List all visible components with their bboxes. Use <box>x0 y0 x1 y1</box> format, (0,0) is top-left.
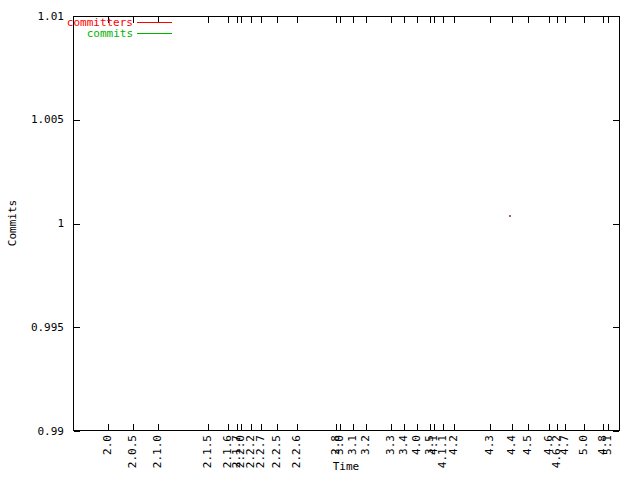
x-tick-mark <box>208 17 209 23</box>
x-tick-mark <box>584 424 585 430</box>
x-tick-mark <box>434 424 435 430</box>
x-tick-mark <box>557 17 558 23</box>
x-tick-mark <box>549 424 550 430</box>
y-tick-mark <box>613 327 619 328</box>
x-tick-mark <box>158 424 159 430</box>
x-tick-label: 2.0.5 <box>126 435 139 468</box>
x-tick-mark <box>417 424 418 430</box>
y-tick-mark <box>613 224 619 225</box>
x-tick-label: 3.0 <box>333 435 346 455</box>
x-tick-mark <box>277 17 278 23</box>
x-tick-label: 2.1.0 <box>151 435 164 468</box>
y-tick-label: 1.005 <box>4 113 64 126</box>
x-tick-mark <box>336 17 337 23</box>
x-tick-mark <box>454 17 455 23</box>
x-tick-label: 2.1.5 <box>201 435 214 468</box>
x-tick-label: 2.2.5 <box>270 435 283 468</box>
chart-canvas: Commits Time 1.011.00510.9950.992.02.0.5… <box>0 0 640 480</box>
x-tick-mark <box>404 424 405 430</box>
x-tick-mark <box>603 424 604 430</box>
x-tick-mark <box>228 17 229 23</box>
x-tick-mark <box>430 424 431 430</box>
x-tick-mark <box>353 424 354 430</box>
x-tick-label: 2.2.6 <box>290 435 303 468</box>
x-tick-mark <box>549 17 550 23</box>
x-tick-mark <box>208 424 209 430</box>
x-tick-mark <box>261 17 262 23</box>
x-tick-mark <box>277 424 278 430</box>
x-tick-label: 3.4 <box>397 435 410 455</box>
x-axis-title: Time <box>333 460 360 473</box>
x-tick-label: 3.2 <box>359 435 372 455</box>
x-tick-mark <box>528 424 529 430</box>
y-tick-mark <box>613 16 619 17</box>
x-tick-mark <box>340 424 341 430</box>
x-tick-mark <box>133 17 134 23</box>
x-tick-label: 3.3 <box>384 435 397 455</box>
x-tick-label: 5.0 <box>577 435 590 455</box>
x-tick-label: 2.0 <box>101 435 114 455</box>
x-tick-mark <box>237 17 238 23</box>
x-tick-label: 4.5 <box>521 435 534 455</box>
x-tick-mark <box>133 424 134 430</box>
x-tick-mark <box>434 17 435 23</box>
x-tick-mark <box>443 424 444 430</box>
x-tick-mark <box>454 424 455 430</box>
x-tick-mark <box>417 17 418 23</box>
x-tick-mark <box>237 424 238 430</box>
x-tick-mark <box>353 17 354 23</box>
x-tick-label: 4.0 <box>410 435 423 455</box>
x-tick-mark <box>241 424 242 430</box>
x-tick-mark <box>297 424 298 430</box>
x-tick-mark <box>340 17 341 23</box>
x-tick-label: 5.1 <box>601 435 614 455</box>
y-tick-label: 0.99 <box>4 425 64 438</box>
x-tick-mark <box>584 17 585 23</box>
y-tick-mark <box>74 431 80 432</box>
x-tick-mark <box>366 424 367 430</box>
y-tick-mark <box>613 120 619 121</box>
x-tick-label: 4.4 <box>505 435 518 455</box>
x-tick-mark <box>512 424 513 430</box>
data-point-marker <box>509 215 511 217</box>
plot-area <box>73 16 620 431</box>
x-tick-mark <box>261 424 262 430</box>
x-tick-mark <box>108 424 109 430</box>
x-tick-mark <box>241 17 242 23</box>
x-tick-mark <box>251 17 252 23</box>
x-tick-mark <box>565 17 566 23</box>
x-tick-mark <box>297 17 298 23</box>
x-tick-mark <box>228 424 229 430</box>
x-tick-mark <box>443 17 444 23</box>
x-tick-mark <box>557 424 558 430</box>
x-tick-label: 4.2 <box>447 435 460 455</box>
x-tick-mark <box>512 17 513 23</box>
x-tick-mark <box>366 17 367 23</box>
y-tick-mark <box>74 120 80 121</box>
x-tick-mark <box>608 17 609 23</box>
x-tick-mark <box>430 17 431 23</box>
x-tick-mark <box>391 17 392 23</box>
x-tick-mark <box>336 424 337 430</box>
x-tick-mark <box>404 17 405 23</box>
legend-label: commits <box>40 27 133 40</box>
y-tick-mark <box>613 431 619 432</box>
x-tick-mark <box>391 424 392 430</box>
y-tick-mark <box>74 224 80 225</box>
legend-line-sample <box>137 22 172 23</box>
x-tick-mark <box>565 424 566 430</box>
x-tick-mark <box>490 424 491 430</box>
y-tick-label: 1 <box>4 217 64 230</box>
y-tick-mark <box>74 327 80 328</box>
y-tick-label: 0.995 <box>4 321 64 334</box>
x-tick-mark <box>251 424 252 430</box>
x-tick-label: 4.7 <box>558 435 571 455</box>
x-tick-mark <box>490 17 491 23</box>
x-tick-label: 2.2.7 <box>254 435 267 468</box>
x-tick-label: 3.1 <box>346 435 359 455</box>
x-tick-mark <box>608 424 609 430</box>
legend-line-sample <box>137 33 172 34</box>
x-tick-mark <box>528 17 529 23</box>
x-tick-mark <box>603 17 604 23</box>
x-tick-label: 4.3 <box>483 435 496 455</box>
